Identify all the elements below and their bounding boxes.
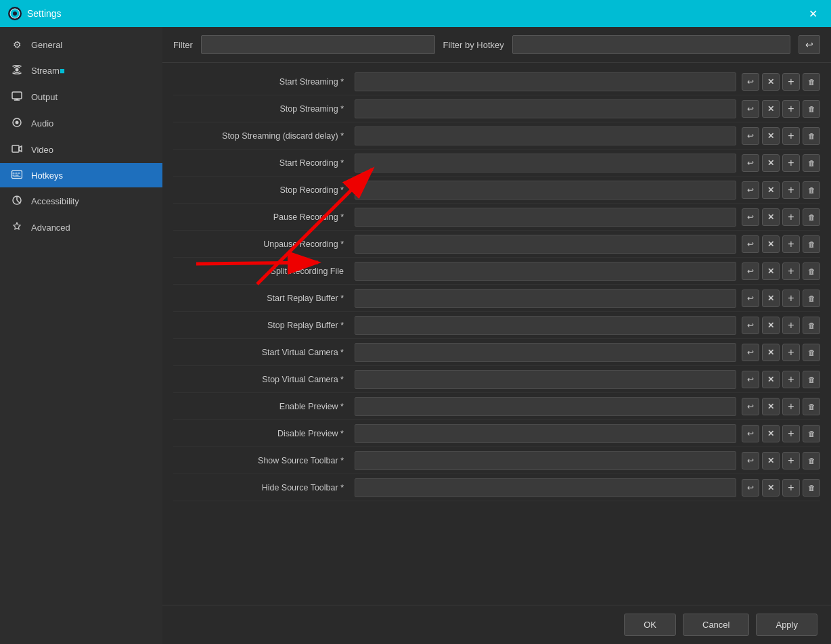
hotkey-reset-button[interactable]: ↩ bbox=[742, 317, 759, 334]
sidebar-item-output[interactable]: Output bbox=[0, 85, 162, 110]
hotkey-delete-button[interactable]: 🗑 bbox=[803, 344, 820, 361]
hotkey-key-input[interactable] bbox=[355, 424, 736, 443]
hotkey-clear-button[interactable]: ✕ bbox=[762, 290, 780, 307]
hotkey-action-buttons: ↩✕+🗑 bbox=[742, 479, 820, 497]
hotkey-add-button[interactable]: + bbox=[782, 344, 800, 361]
hotkey-add-button[interactable]: + bbox=[782, 235, 800, 253]
hotkey-clear-button[interactable]: ✕ bbox=[762, 262, 780, 280]
hotkey-key-input[interactable] bbox=[355, 370, 736, 389]
hotkey-delete-button[interactable]: 🗑 bbox=[803, 181, 820, 199]
hotkey-key-input[interactable] bbox=[355, 316, 736, 335]
hotkey-add-button[interactable]: + bbox=[782, 425, 800, 442]
hotkey-key-input[interactable] bbox=[355, 72, 736, 91]
hotkey-key-input[interactable] bbox=[355, 343, 736, 362]
hotkey-clear-button[interactable]: ✕ bbox=[762, 208, 780, 226]
hotkey-clear-button[interactable]: ✕ bbox=[762, 479, 780, 497]
hotkey-clear-button[interactable]: ✕ bbox=[762, 127, 780, 145]
hotkey-key-input[interactable] bbox=[355, 181, 736, 200]
sidebar-label-accessibility: Accessibility bbox=[31, 196, 79, 206]
hotkey-clear-button[interactable]: ✕ bbox=[762, 344, 780, 361]
hotkey-clear-button[interactable]: ✕ bbox=[762, 100, 780, 118]
hotkey-delete-button[interactable]: 🗑 bbox=[803, 235, 820, 253]
hotkey-add-button[interactable]: + bbox=[782, 181, 800, 199]
hotkey-key-input[interactable] bbox=[355, 451, 736, 470]
hotkey-add-button[interactable]: + bbox=[782, 100, 800, 118]
sidebar-item-hotkeys[interactable]: Hotkeys bbox=[0, 163, 162, 187]
sidebar-item-audio[interactable]: Audio bbox=[0, 111, 162, 136]
filter-back-button[interactable]: ↩ bbox=[799, 35, 820, 54]
hotkey-name-label: Stop Replay Buffer * bbox=[173, 321, 349, 330]
hotkey-add-button[interactable]: + bbox=[782, 208, 800, 226]
hotkey-delete-button[interactable]: 🗑 bbox=[803, 398, 820, 415]
hotkey-delete-button[interactable]: 🗑 bbox=[803, 208, 820, 226]
hotkey-key-input[interactable] bbox=[355, 397, 736, 416]
hotkey-delete-button[interactable]: 🗑 bbox=[803, 262, 820, 280]
sidebar-item-video[interactable]: Video bbox=[0, 137, 162, 162]
hotkey-key-input[interactable] bbox=[355, 235, 736, 254]
apply-button[interactable]: Apply bbox=[756, 614, 817, 636]
hotkey-name-label: Stop Recording * bbox=[173, 185, 349, 195]
hotkey-clear-button[interactable]: ✕ bbox=[762, 235, 780, 253]
sidebar-item-accessibility[interactable]: Accessibility bbox=[0, 189, 162, 214]
cancel-button[interactable]: Cancel bbox=[683, 614, 749, 636]
hotkey-key-input[interactable] bbox=[355, 99, 736, 118]
filter-input[interactable] bbox=[201, 35, 435, 54]
hotkey-key-input[interactable] bbox=[355, 208, 736, 227]
hotkey-reset-button[interactable]: ↩ bbox=[742, 262, 759, 280]
hotkey-reset-button[interactable]: ↩ bbox=[742, 208, 759, 226]
hotkey-clear-button[interactable]: ✕ bbox=[762, 452, 780, 469]
ok-button[interactable]: OK bbox=[624, 614, 676, 636]
hotkey-key-input[interactable] bbox=[355, 127, 736, 145]
hotkey-add-button[interactable]: + bbox=[782, 290, 800, 307]
filter-hotkey-input[interactable] bbox=[512, 35, 790, 54]
hotkey-delete-button[interactable]: 🗑 bbox=[803, 100, 820, 118]
hotkey-add-button[interactable]: + bbox=[782, 73, 800, 91]
hotkey-add-button[interactable]: + bbox=[782, 127, 800, 145]
hotkey-delete-button[interactable]: 🗑 bbox=[803, 290, 820, 307]
hotkey-reset-button[interactable]: ↩ bbox=[742, 127, 759, 145]
hotkey-clear-button[interactable]: ✕ bbox=[762, 73, 780, 91]
audio-icon bbox=[11, 118, 23, 129]
hotkey-reset-button[interactable]: ↩ bbox=[742, 398, 759, 415]
hotkey-key-input[interactable] bbox=[355, 478, 736, 497]
sidebar-item-general[interactable]: ⚙ General bbox=[0, 32, 162, 57]
hotkey-delete-button[interactable]: 🗑 bbox=[803, 425, 820, 442]
hotkey-delete-button[interactable]: 🗑 bbox=[803, 73, 820, 91]
hotkey-reset-button[interactable]: ↩ bbox=[742, 235, 759, 253]
hotkey-add-button[interactable]: + bbox=[782, 154, 800, 172]
hotkey-clear-button[interactable]: ✕ bbox=[762, 398, 780, 415]
hotkey-reset-button[interactable]: ↩ bbox=[742, 154, 759, 172]
hotkey-reset-button[interactable]: ↩ bbox=[742, 479, 759, 497]
hotkey-reset-button[interactable]: ↩ bbox=[742, 452, 759, 469]
hotkey-key-input[interactable] bbox=[355, 289, 736, 308]
hotkey-reset-button[interactable]: ↩ bbox=[742, 73, 759, 91]
hotkey-clear-button[interactable]: ✕ bbox=[762, 181, 780, 199]
hotkey-add-button[interactable]: + bbox=[782, 452, 800, 469]
hotkey-add-button[interactable]: + bbox=[782, 317, 800, 334]
close-button[interactable]: ✕ bbox=[803, 5, 823, 23]
sidebar-item-stream[interactable]: Stream■ bbox=[0, 58, 162, 83]
hotkey-add-button[interactable]: + bbox=[782, 398, 800, 415]
hotkey-delete-button[interactable]: 🗑 bbox=[803, 154, 820, 172]
hotkey-key-input[interactable] bbox=[355, 262, 736, 281]
hotkey-add-button[interactable]: + bbox=[782, 479, 800, 497]
hotkey-delete-button[interactable]: 🗑 bbox=[803, 452, 820, 469]
hotkey-add-button[interactable]: + bbox=[782, 371, 800, 388]
hotkey-delete-button[interactable]: 🗑 bbox=[803, 127, 820, 145]
hotkey-delete-button[interactable]: 🗑 bbox=[803, 479, 820, 497]
hotkey-clear-button[interactable]: ✕ bbox=[762, 425, 780, 442]
hotkey-clear-button[interactable]: ✕ bbox=[762, 154, 780, 172]
hotkey-reset-button[interactable]: ↩ bbox=[742, 344, 759, 361]
hotkey-reset-button[interactable]: ↩ bbox=[742, 290, 759, 307]
hotkey-delete-button[interactable]: 🗑 bbox=[803, 317, 820, 334]
sidebar-item-advanced[interactable]: Advanced bbox=[0, 215, 162, 240]
hotkey-clear-button[interactable]: ✕ bbox=[762, 317, 780, 334]
hotkey-key-input[interactable] bbox=[355, 154, 736, 172]
hotkey-delete-button[interactable]: 🗑 bbox=[803, 371, 820, 388]
hotkey-reset-button[interactable]: ↩ bbox=[742, 425, 759, 442]
hotkey-reset-button[interactable]: ↩ bbox=[742, 181, 759, 199]
hotkey-reset-button[interactable]: ↩ bbox=[742, 371, 759, 388]
hotkey-add-button[interactable]: + bbox=[782, 262, 800, 280]
hotkey-clear-button[interactable]: ✕ bbox=[762, 371, 780, 388]
hotkey-reset-button[interactable]: ↩ bbox=[742, 100, 759, 118]
